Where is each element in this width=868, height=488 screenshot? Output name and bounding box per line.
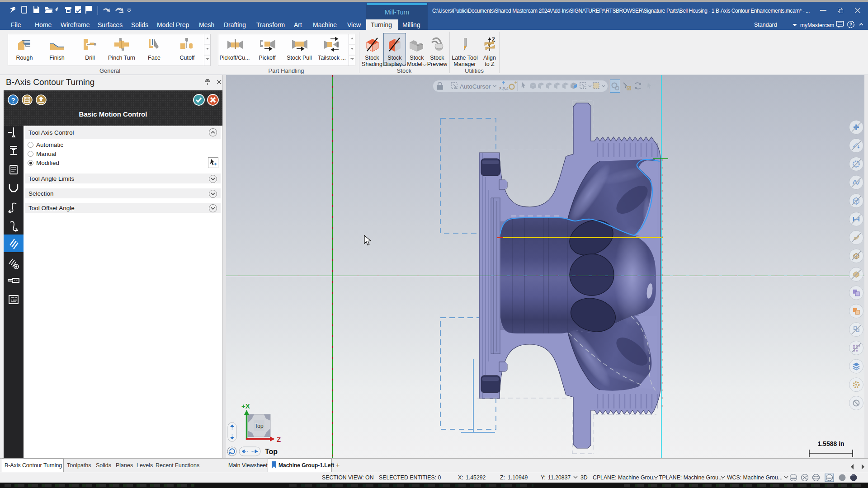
svg-text:Basic Motion Control: Basic Motion Control: [79, 110, 147, 118]
svg-text:Top: Top: [265, 448, 278, 455]
svg-text:x,y,z: x,y,z: [499, 85, 509, 90]
svg-text:?: ?: [11, 96, 15, 104]
svg-text:AutoCursor: AutoCursor: [460, 83, 491, 90]
svg-text:?: ?: [849, 22, 852, 27]
svg-text:1.5588 in: 1.5588 in: [817, 440, 844, 447]
svg-text:+X: +X: [241, 402, 250, 410]
